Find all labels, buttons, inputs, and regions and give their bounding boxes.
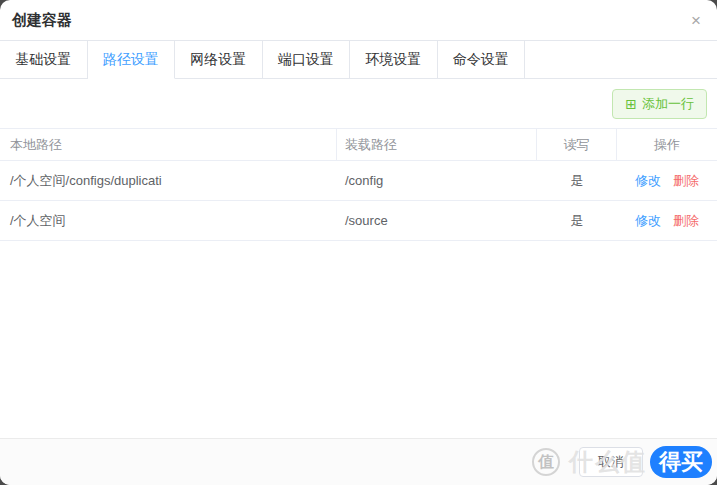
mount-path-table: 本地路径 装载路径 读写 操作 /个人空间/configs/duplicati … — [0, 128, 717, 241]
square-plus-icon: ⊞ — [625, 97, 637, 111]
path-toolbar: ⊞ 添加一行 — [10, 89, 707, 119]
cancel-button[interactable]: 取消 — [579, 447, 643, 477]
header-operations: 操作 — [617, 129, 717, 160]
tab-env-settings[interactable]: 环境设置 — [350, 41, 438, 79]
tab-basic-settings[interactable]: 基础设置 — [0, 41, 88, 79]
table-row: /个人空间 /source 是 修改 删除 — [0, 201, 717, 241]
header-mount-path: 装载路径 — [337, 129, 537, 160]
cell-read-write: 是 — [537, 172, 617, 190]
tab-network-settings[interactable]: 网络设置 — [175, 41, 263, 79]
dialog-footer: 取消 — [0, 438, 717, 485]
tabbar-filler — [525, 41, 717, 79]
header-local-path: 本地路径 — [0, 129, 337, 160]
close-icon[interactable]: × — [687, 10, 705, 31]
add-row-button[interactable]: ⊞ 添加一行 — [612, 89, 707, 119]
delete-link[interactable]: 删除 — [673, 172, 699, 190]
cell-operations: 修改 删除 — [617, 172, 717, 190]
create-container-dialog: 创建容器 × 基础设置 路径设置 网络设置 端口设置 环境设置 命令设置 ⊞ 添… — [0, 0, 717, 485]
table-header-row: 本地路径 装载路径 读写 操作 — [0, 128, 717, 161]
tab-path-settings[interactable]: 路径设置 — [88, 41, 176, 79]
settings-tabbar: 基础设置 路径设置 网络设置 端口设置 环境设置 命令设置 — [0, 40, 717, 79]
tab-port-settings[interactable]: 端口设置 — [263, 41, 351, 79]
table-row: /个人空间/configs/duplicati /config 是 修改 删除 — [0, 161, 717, 201]
cell-read-write: 是 — [537, 212, 617, 230]
tab-command-settings[interactable]: 命令设置 — [438, 41, 526, 79]
cell-mount-path: /config — [337, 173, 537, 188]
edit-link[interactable]: 修改 — [635, 212, 661, 230]
dialog-title: 创建容器 — [12, 11, 72, 30]
dialog-header: 创建容器 × — [0, 0, 717, 40]
add-row-label: 添加一行 — [642, 95, 694, 113]
header-read-write: 读写 — [537, 129, 617, 160]
delete-link[interactable]: 删除 — [673, 212, 699, 230]
cell-mount-path: /source — [337, 213, 537, 228]
cell-local-path: /个人空间/configs/duplicati — [0, 172, 337, 190]
cell-operations: 修改 删除 — [617, 212, 717, 230]
cell-local-path: /个人空间 — [0, 212, 337, 230]
edit-link[interactable]: 修改 — [635, 172, 661, 190]
